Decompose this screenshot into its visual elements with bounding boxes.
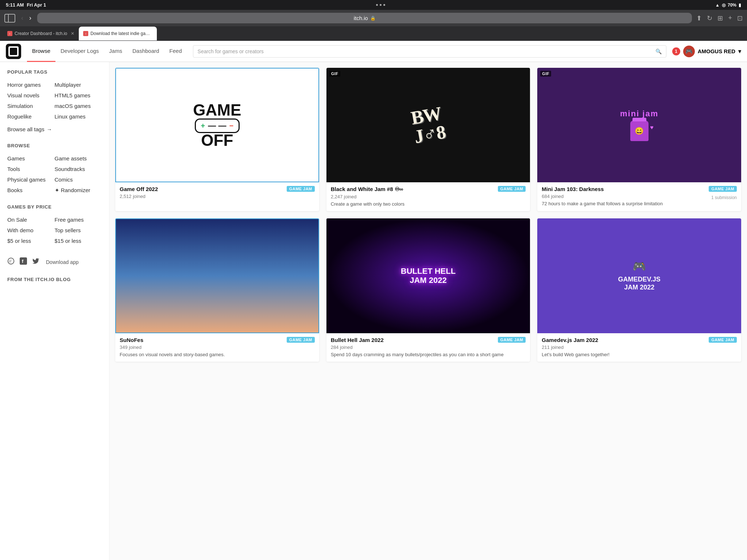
svg-text:r/: r/ [9,259,11,263]
facebook-icon[interactable]: f [20,257,27,267]
jam-joined-game-off: 2,512 joined [120,194,315,199]
jam-card-mini-jam[interactable]: GIF mini jam 😄 ♥ Mini Jam 103: Darkness … [537,68,741,211]
tab-download-indie[interactable]: i Download the latest indie games - itch… [79,27,157,40]
browse-books[interactable]: Books [7,185,55,195]
price-free-games[interactable]: Free games [55,215,102,225]
tag-simulation[interactable]: Simulation [7,101,55,111]
browse-soundtracks[interactable]: Soundtracks [55,164,102,174]
browse-game-assets[interactable]: Game assets [55,153,102,163]
svg-text:f: f [22,258,24,264]
jam-desc-mini-jam: 72 hours to make a game that follows a s… [542,201,737,207]
blog-title: FROM THE ITCH.IO BLOG [7,277,102,282]
nav-feed[interactable]: Feed [164,41,187,62]
username: AMOGUS RED [698,48,735,54]
nav-jams[interactable]: Jams [104,41,127,62]
gif-badge-bw: GIF [329,71,340,77]
reload-icon[interactable]: ↻ [707,14,712,22]
battery-icon: ▮ [739,3,741,8]
circle-icon: ◎ [722,3,725,8]
tab-close-1[interactable]: ✕ [71,31,74,36]
jam-image-sunofes [115,218,319,333]
url-text: itch.io [354,15,368,21]
nav-developer-logs[interactable]: Developer Logs [55,41,104,62]
user-avatar: 🎮 [683,46,695,57]
jam-joined-gamedevjs: 211 joined [542,345,737,350]
tag-roguelike[interactable]: Roguelike [7,112,55,121]
user-menu[interactable]: 🎮 AMOGUS RED ▾ [683,46,741,57]
browse-physical-games[interactable]: Physical games [7,175,55,184]
jam-title-sunofes: SuNoFes [120,337,284,343]
tag-linux-games[interactable]: Linux games [55,112,102,121]
tag-html5-games[interactable]: HTML5 games [55,90,102,100]
tabs-icon[interactable]: ⊞ [717,14,723,22]
price-15-or-less[interactable]: $15 or less [55,236,102,246]
browse-all-tags-link[interactable]: Browse all tags → [7,124,102,134]
gamedevjs-icon: 🎮 [632,260,646,273]
add-tab-icon[interactable]: + [728,14,732,22]
jam-grid: GAME + — — − OFF Game Off 2022 GAME JAM [115,68,741,362]
jam-desc-bw: Create a game with only two colors [331,201,526,207]
tag-grid: Horror games Multiplayer Visual novels H… [7,80,102,121]
dot1 [376,4,378,6]
share-icon[interactable]: ⬆ [696,14,702,22]
arrow-right-icon: → [47,126,52,132]
sidebar-toggle-button[interactable] [4,14,15,23]
twitter-icon[interactable] [32,257,39,267]
tag-macos-games[interactable]: macOS games [55,101,102,111]
browse-grid: Games Game assets Tools Soundtracks Phys… [7,153,102,195]
nav-browse[interactable]: Browse [27,41,55,62]
price-5-or-less[interactable]: $5 or less [7,236,55,246]
nav-dashboard[interactable]: Dashboard [127,41,164,62]
jam-submission-mini-jam: 1 submission [711,195,737,200]
notification-badge[interactable]: 1 [672,47,680,55]
grid-icon[interactable]: ⊡ [737,14,743,22]
url-bar[interactable]: itch.io 🔒 [37,13,692,23]
jam-card-bullet-hell[interactable]: GIF BULLET HELLJAM 2022 Bullet Hell Jam … [326,218,530,361]
sidebar: POPULAR TAGS Horror games Multiplayer Vi… [0,62,109,560]
jam-joined-sunofes: 349 joined [120,345,315,350]
nav-links: Browse Developer Logs Jams Dashboard Fee… [27,41,187,62]
tag-multiplayer[interactable]: Multiplayer [55,80,102,90]
jam-badge-gamedevjs: GAME JAM [709,337,737,343]
jam-image-gamedevjs: 🎮 GAMEDEV.JSJAM 2022 [537,218,741,333]
download-app-link[interactable]: Download app [46,259,79,265]
jam-image-mini-jam: GIF mini jam 😄 ♥ [537,68,741,182]
browse-randomizer[interactable]: ✦ Randomizer [55,185,102,195]
jam-title-mini-jam: Mini Jam 103: Darkness [542,186,706,192]
jam-card-bw-jam[interactable]: GIF BWJ♂8 Black and White Jam #8 ♾∞ GAME… [326,68,530,211]
jam-card-gamedevjs[interactable]: 🎮 GAMEDEV.JSJAM 2022 Gamedev.js Jam 2022… [537,218,741,361]
jam-card-sunofes[interactable]: SuNoFes GAME JAM 349 joined Focuses on v… [115,218,319,361]
price-top-sellers[interactable]: Top sellers [55,225,102,235]
itch-nav: Browse Developer Logs Jams Dashboard Fee… [0,41,747,62]
wifi-icon: ▲ [715,3,720,8]
tag-visual-novels[interactable]: Visual novels [7,90,55,100]
search-placeholder: Search for games or creators [198,48,653,54]
jam-image-game-off: GAME + — — − OFF [115,68,319,182]
jam-image-bullet-hell: GIF BULLET HELLJAM 2022 [326,218,530,333]
time: 5:11 AM [6,2,24,8]
mini-jam-title-text: mini jam [620,109,658,118]
jam-desc-sunofes: Focuses on visual novels and story-based… [120,351,315,358]
popular-tags-title: POPULAR TAGS [7,69,102,75]
jam-card-body-sunofes: SuNoFes GAME JAM 349 joined Focuses on v… [115,333,319,362]
price-with-demo[interactable]: With demo [7,225,55,235]
browse-comics[interactable]: Comics [55,175,102,184]
browse-title: BROWSE [7,143,102,148]
browse-games[interactable]: Games [7,153,55,163]
games-by-price-title: GAMES BY PRICE [7,204,102,210]
itch-logo[interactable] [6,44,21,59]
forward-button[interactable]: › [28,14,33,22]
back-button[interactable]: ‹ [20,14,25,22]
tab-label-1: Creator Dashboard - itch.io [15,31,67,36]
reddit-icon[interactable]: r/ [7,257,15,267]
jam-card-body-game-off: Game Off 2022 GAME JAM 2,512 joined [115,182,319,204]
bullet-hell-text: BULLET HELLJAM 2022 [401,267,456,284]
price-on-sale[interactable]: On Sale [7,215,55,225]
tag-horror-games[interactable]: Horror games [7,80,55,90]
tab-creator-dashboard[interactable]: i Creator Dashboard - itch.io ✕ [3,27,79,40]
jam-card-game-off-2022[interactable]: GAME + — — − OFF Game Off 2022 GAME JAM [115,68,319,211]
search-bar[interactable]: Search for games or creators 🔍 [193,45,666,58]
jam-title-gamedevjs: Gamedev.js Jam 2022 [542,337,706,343]
browse-tools[interactable]: Tools [7,164,55,174]
jam-card-body-bullet-hell: Bullet Hell Jam 2022 GAME JAM 284 joined… [326,333,530,362]
